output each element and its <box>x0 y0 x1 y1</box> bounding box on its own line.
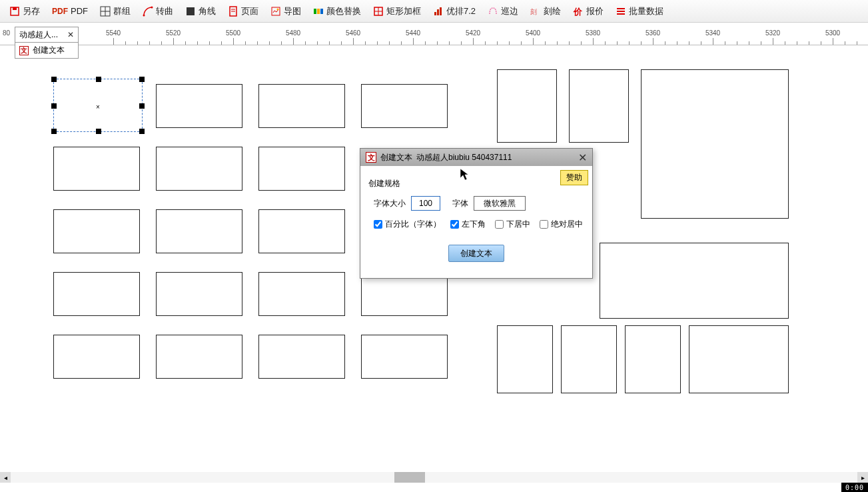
shape-rect[interactable] <box>600 243 789 319</box>
shape-rect[interactable] <box>561 325 617 393</box>
tb-label: 页面 <box>241 5 258 17</box>
checkbox-3[interactable]: 绝对居中 <box>540 219 583 230</box>
shape-rect[interactable] <box>156 209 242 253</box>
shape-rect[interactable] <box>258 335 345 379</box>
handle-nw[interactable] <box>51 77 57 82</box>
create-text-dialog: 文 创建文本 动感超人biubiu 540437111 ✕ 赞助 创建规格 字体… <box>360 148 593 279</box>
tool-label: 创建文本 <box>33 45 65 56</box>
checkbox-input[interactable] <box>495 220 504 229</box>
shape-rect[interactable] <box>156 147 242 191</box>
svg-rect-1 <box>13 7 17 10</box>
tb-label: 巡边 <box>501 5 518 17</box>
tb-engrave[interactable]: 刻刻绘 <box>525 4 566 19</box>
shape-rect[interactable] <box>53 147 140 191</box>
save-icon <box>9 6 20 17</box>
selection-box[interactable]: × <box>53 79 143 132</box>
tb-label: 刻绘 <box>544 5 561 17</box>
close-icon[interactable]: ✕ <box>67 30 74 39</box>
tb-pdf[interactable]: PDFPDF <box>47 5 93 17</box>
tb-corner[interactable]: 角线 <box>180 4 221 19</box>
shape-rect[interactable] <box>258 147 345 191</box>
dialog-titlebar[interactable]: 文 创建文本 动感超人biubiu 540437111 ✕ <box>360 149 592 166</box>
shape-rect[interactable] <box>258 272 345 316</box>
tb-label: 报价 <box>586 5 604 17</box>
shape-rect[interactable] <box>53 209 140 253</box>
curve-icon <box>143 6 153 17</box>
tb-colors[interactable]: 颜色替换 <box>308 4 366 19</box>
shape-rect[interactable] <box>258 209 345 253</box>
font-label: 字体 <box>452 198 468 209</box>
timer-badge: 0:00 <box>841 483 868 492</box>
shape-rect[interactable] <box>569 69 629 143</box>
shape-rect[interactable] <box>361 335 448 379</box>
bars-icon <box>433 6 444 17</box>
handle-se[interactable] <box>139 129 145 134</box>
handle-s[interactable] <box>96 129 101 134</box>
group-label: 创建规格 <box>368 178 586 189</box>
checkbox-0[interactable]: 百分比（字体） <box>374 219 441 230</box>
checkbox-input[interactable] <box>374 220 382 229</box>
horizontal-scrollbar[interactable]: ◂ ▸ <box>0 472 868 483</box>
shape-rect[interactable] <box>156 272 242 316</box>
grid-icon <box>100 6 111 17</box>
tb-price[interactable]: 价报价 <box>568 4 609 19</box>
checkbox-input[interactable] <box>450 220 459 229</box>
document-tab[interactable]: 动感超人... ✕ <box>15 27 79 43</box>
ruler-label: 5520 <box>166 29 181 37</box>
shape-rect[interactable] <box>361 84 448 128</box>
shape-rect[interactable] <box>497 69 557 143</box>
handle-e[interactable] <box>139 103 145 109</box>
shape-rect[interactable] <box>53 272 140 316</box>
shape-rect[interactable] <box>689 325 789 393</box>
font-select[interactable]: 微软雅黑 <box>474 196 526 211</box>
checkbox-input[interactable] <box>540 220 548 229</box>
sponsor-button[interactable]: 赞助 <box>560 170 588 185</box>
ruler-label: 5500 <box>226 29 240 37</box>
ruler-label: 5400 <box>526 29 540 37</box>
shape-rect[interactable] <box>156 84 242 128</box>
tb-path[interactable]: 巡边 <box>482 4 524 19</box>
tb-label: PDF <box>71 6 88 16</box>
svg-rect-25 <box>617 11 625 12</box>
handle-sw[interactable] <box>51 129 57 134</box>
ruler-label: 5440 <box>406 29 420 37</box>
tb-export[interactable]: 导图 <box>265 4 306 19</box>
scroll-right-icon[interactable]: ▸ <box>857 472 868 483</box>
shape-rect[interactable] <box>497 325 553 393</box>
shape-rect[interactable] <box>53 335 140 379</box>
scroll-track[interactable] <box>11 472 857 483</box>
tb-page[interactable]: 页面 <box>222 4 264 19</box>
checkbox-1[interactable]: 左下角 <box>450 219 486 230</box>
close-icon[interactable]: ✕ <box>578 151 587 164</box>
svg-point-6 <box>151 6 153 8</box>
tab-title: 动感超人... <box>19 29 58 41</box>
handle-w[interactable] <box>51 103 57 109</box>
handle-ne[interactable] <box>139 77 145 82</box>
scroll-left-icon[interactable]: ◂ <box>0 472 11 483</box>
checkbox-label: 绝对居中 <box>551 219 583 230</box>
svg-rect-14 <box>317 9 320 14</box>
handle-n[interactable] <box>96 77 101 82</box>
shape-rect[interactable] <box>258 84 345 128</box>
tb-layout[interactable]: 优排7.2 <box>428 4 481 19</box>
tb-rect[interactable]: 矩形加框 <box>368 4 426 19</box>
price-icon: 价 <box>573 6 584 17</box>
tb-batch[interactable]: 批量数据 <box>610 4 669 19</box>
shape-rect[interactable] <box>156 335 242 379</box>
create-text-button[interactable]: 创建文本 <box>448 245 504 262</box>
shape-rect[interactable] <box>641 69 789 219</box>
scroll-thumb[interactable] <box>394 472 425 483</box>
tb-group[interactable]: 群组 <box>95 4 136 19</box>
tb-label: 矩形加框 <box>386 5 421 17</box>
svg-rect-24 <box>617 8 625 9</box>
checkbox-2[interactable]: 下居中 <box>495 219 530 230</box>
tb-label: 批量数据 <box>629 5 663 17</box>
font-size-input[interactable] <box>411 196 440 211</box>
svg-rect-20 <box>437 9 439 15</box>
shape-rect[interactable] <box>625 325 681 393</box>
checkbox-label: 下居中 <box>506 219 530 230</box>
tb-curve[interactable]: 转曲 <box>137 4 179 19</box>
checkbox-label: 左下角 <box>462 219 486 230</box>
tb-save[interactable]: 另存 <box>4 4 45 19</box>
tool-tab-create-text[interactable]: 文 创建文本 <box>15 43 79 59</box>
